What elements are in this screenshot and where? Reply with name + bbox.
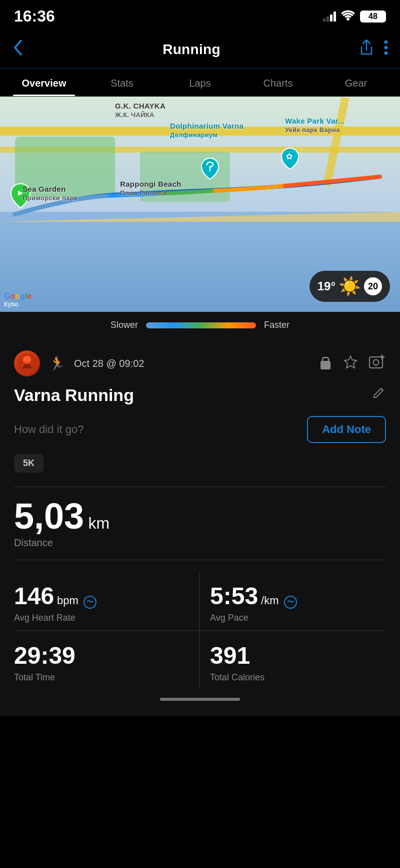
status-icons: 48 bbox=[323, 10, 386, 24]
total-calories-label: Total Calories bbox=[210, 672, 386, 683]
page-title: Running bbox=[162, 42, 220, 58]
heart-rate-value: 146 bbox=[14, 582, 54, 610]
stat-total-time: 29:39 Total Time bbox=[14, 630, 200, 690]
battery-indicator: 48 bbox=[360, 11, 386, 23]
stat-distance: 5,03 km Distance bbox=[14, 498, 386, 549]
avg-pace-value: 5:53 bbox=[210, 582, 258, 610]
map-label-rappongi: Rappongi Beach Плаж Рапонги bbox=[120, 180, 182, 197]
avatar bbox=[14, 350, 40, 376]
add-note-prompt: How did it go? bbox=[14, 423, 84, 436]
speed-gradient-bar bbox=[146, 322, 256, 328]
weather-uv-index: 20 bbox=[364, 277, 382, 295]
avg-pace-badge-icon: 〜 bbox=[284, 596, 297, 609]
speed-slower-label: Slower bbox=[110, 320, 138, 330]
total-time-label: Total Time bbox=[14, 672, 190, 683]
distance-label: Distance bbox=[14, 537, 386, 549]
stat-avg-pace: 5:53 /km 〜 Avg Pace bbox=[200, 571, 386, 630]
map-label-sea-garden: Sea Garden Приморски парк bbox=[22, 185, 78, 202]
svg-point-3 bbox=[384, 52, 388, 55]
add-note-row: How did it go? Add Note bbox=[14, 416, 386, 443]
nav-bar: Running bbox=[0, 31, 400, 69]
avg-pace-unit: /km bbox=[261, 594, 278, 607]
svg-rect-7 bbox=[320, 361, 330, 369]
add-note-button[interactable]: Add Note bbox=[307, 416, 386, 443]
weather-sun-icon: ☀️ bbox=[338, 276, 361, 297]
add-photo-icon[interactable] bbox=[369, 354, 386, 373]
activity-meta-icons bbox=[319, 354, 386, 373]
status-time: 16:36 bbox=[14, 7, 55, 26]
lock-icon[interactable] bbox=[319, 354, 332, 373]
map-label-wake-park: Wake Park Var... Уейк парк Варна bbox=[285, 117, 344, 134]
speed-faster-label: Faster bbox=[264, 320, 290, 330]
status-bar: 16:36 48 bbox=[0, 0, 400, 31]
activity-date: Oct 28 @ 09:02 bbox=[74, 358, 310, 369]
total-calories-value: 391 bbox=[210, 642, 250, 669]
svg-point-2 bbox=[384, 46, 388, 50]
weather-badge: 19° ☀️ 20 bbox=[310, 271, 390, 302]
stats-grid-top: 146 bpm 〜 Avg Heart Rate 5:53 /km 〜 Avg … bbox=[14, 571, 386, 630]
google-logo: Google Куbo bbox=[4, 292, 32, 308]
home-indicator bbox=[14, 690, 386, 706]
svg-point-0 bbox=[346, 18, 350, 21]
run-icon: 🏃 bbox=[49, 356, 65, 371]
stats-section: 5,03 km Distance 146 bpm 〜 Avg Heart Rat… bbox=[0, 487, 400, 716]
map-section[interactable]: ✿ G.K. CHAYKA Ж.К. ЧАЙКА Dolphinarium Va… bbox=[0, 97, 400, 312]
activity-title-row: Varna Running bbox=[14, 385, 386, 405]
edit-icon[interactable] bbox=[372, 386, 386, 404]
weather-temperature: 19° bbox=[318, 279, 336, 293]
tab-gear[interactable]: Gear bbox=[317, 69, 395, 96]
stat-total-calories: 391 Total Calories bbox=[200, 630, 386, 690]
distance-unit: km bbox=[88, 514, 110, 532]
activity-section: 🏃 Oct 28 @ 09:02 bbox=[0, 338, 400, 487]
stat-heart-rate: 146 bpm 〜 Avg Heart Rate bbox=[14, 571, 200, 630]
heart-rate-badge-icon: 〜 bbox=[84, 596, 96, 609]
signal-icon bbox=[323, 12, 336, 22]
total-time-value: 29:39 bbox=[14, 642, 76, 669]
back-button[interactable] bbox=[12, 39, 24, 60]
map-label-dolphinarium: Dolphinarium Varna Делфинариум bbox=[170, 122, 244, 139]
tab-stats[interactable]: Stats bbox=[83, 69, 161, 96]
tab-bar: Overview Stats Laps Charts Gear bbox=[0, 69, 400, 97]
map-label-gk-chayka: G.K. CHAYKA Ж.К. ЧАЙКА bbox=[115, 102, 166, 119]
more-button[interactable] bbox=[384, 40, 388, 59]
svg-point-1 bbox=[384, 41, 388, 44]
star-icon[interactable] bbox=[343, 354, 358, 373]
distance-value: 5,03 bbox=[14, 496, 84, 536]
heart-rate-label: Avg Heart Rate bbox=[14, 613, 190, 623]
svg-point-10 bbox=[374, 359, 379, 365]
svg-rect-9 bbox=[370, 357, 382, 368]
svg-marker-8 bbox=[344, 356, 356, 368]
activity-title: Varna Running bbox=[14, 385, 134, 405]
tab-laps[interactable]: Laps bbox=[161, 69, 239, 96]
speed-legend: Slower Faster bbox=[0, 312, 400, 338]
map-background: ✿ G.K. CHAYKA Ж.К. ЧАЙКА Dolphinarium Va… bbox=[0, 97, 400, 312]
heart-rate-unit: bpm bbox=[57, 594, 78, 607]
tab-overview[interactable]: Overview bbox=[5, 69, 83, 96]
svg-text:✿: ✿ bbox=[286, 152, 292, 161]
share-button[interactable] bbox=[359, 39, 374, 60]
activity-meta-row: 🏃 Oct 28 @ 09:02 bbox=[14, 350, 386, 376]
nav-actions bbox=[359, 39, 388, 60]
avg-pace-label: Avg Pace bbox=[210, 613, 386, 623]
stats-grid-bottom: 29:39 Total Time 391 Total Calories bbox=[14, 630, 386, 690]
activity-tag-5k[interactable]: 5K bbox=[14, 454, 44, 473]
home-bar bbox=[160, 698, 240, 701]
tab-charts[interactable]: Charts bbox=[239, 69, 317, 96]
wifi-icon bbox=[341, 10, 355, 24]
